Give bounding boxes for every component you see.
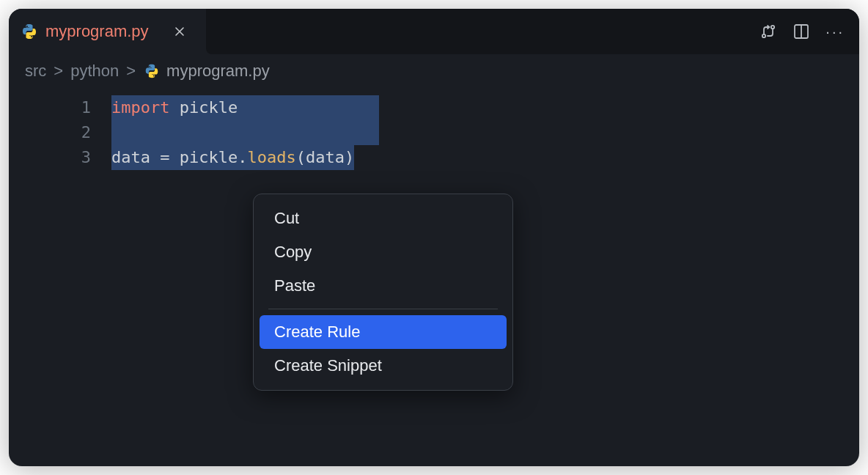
svg-point-1 — [771, 26, 774, 29]
line-number: 1 — [9, 95, 91, 120]
more-icon[interactable]: ··· — [825, 23, 845, 40]
close-icon[interactable] — [171, 23, 188, 40]
menu-item-copy[interactable]: Copy — [260, 235, 507, 269]
code-line[interactable]: import pickle — [111, 95, 379, 120]
code-editor[interactable]: 1 2 3 import pickle data = pickle.loads(… — [9, 88, 859, 170]
code-area[interactable]: import pickle data = pickle.loads(data) — [111, 95, 379, 170]
breadcrumb-file[interactable]: myprogram.py — [143, 62, 270, 81]
menu-item-create-rule[interactable]: Create Rule — [260, 315, 507, 349]
line-number: 3 — [9, 145, 91, 170]
line-number: 2 — [9, 120, 91, 145]
code-line[interactable]: data = pickle.loads(data) — [111, 145, 379, 170]
chevron-right-icon: > — [54, 62, 63, 81]
breadcrumb[interactable]: src > python > myprogram.py — [9, 54, 859, 88]
menu-item-cut[interactable]: Cut — [260, 202, 507, 235]
svg-point-0 — [762, 34, 765, 37]
context-menu: Cut Copy Paste Create Rule Create Snippe… — [253, 194, 513, 391]
tab-title: myprogram.py — [45, 22, 149, 41]
python-icon — [143, 62, 161, 80]
code-line[interactable] — [111, 120, 379, 145]
code-token: (data) — [296, 148, 354, 166]
menu-item-create-snippet[interactable]: Create Snippet — [260, 349, 507, 383]
editor-window: myprogram.py ··· — [9, 9, 859, 466]
split-editor-icon[interactable] — [793, 23, 809, 40]
code-token-keyword: import — [111, 98, 169, 117]
compare-icon[interactable] — [760, 23, 777, 40]
tab-bar: myprogram.py ··· — [9, 9, 859, 54]
menu-divider — [268, 309, 498, 309]
python-icon — [21, 23, 38, 40]
code-token-func: loads — [247, 148, 295, 166]
line-gutter: 1 2 3 — [9, 95, 111, 170]
menu-item-paste[interactable]: Paste — [260, 269, 507, 303]
breadcrumb-filename: myprogram.py — [166, 62, 270, 81]
file-tab[interactable]: myprogram.py — [9, 9, 200, 54]
breadcrumb-item[interactable]: src — [25, 62, 46, 81]
code-token: data = pickle. — [111, 148, 247, 166]
breadcrumb-item[interactable]: python — [70, 62, 119, 81]
code-token: pickle — [169, 98, 238, 117]
toolbar-right: ··· — [760, 9, 845, 54]
chevron-right-icon: > — [126, 62, 136, 81]
